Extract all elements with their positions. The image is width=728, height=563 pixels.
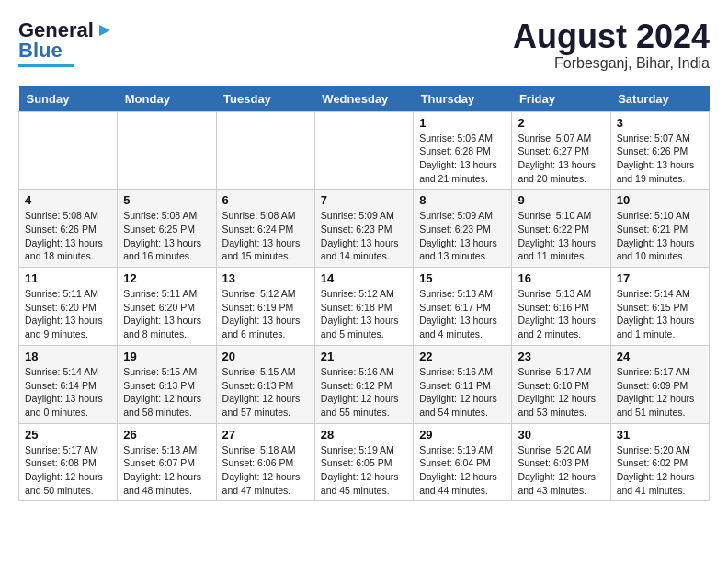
day-info: Sunrise: 5:10 AM Sunset: 6:22 PM Dayligh… — [518, 209, 604, 263]
day-info: Sunrise: 5:13 AM Sunset: 6:17 PM Dayligh… — [419, 287, 506, 341]
calendar-cell: 3Sunrise: 5:07 AM Sunset: 6:26 PM Daylig… — [610, 111, 709, 190]
calendar-cell: 13Sunrise: 5:12 AM Sunset: 6:19 PM Dayli… — [216, 268, 314, 346]
calendar-cell: 27Sunrise: 5:18 AM Sunset: 6:06 PM Dayli… — [216, 423, 314, 501]
weekday-header-row: SundayMondayTuesdayWednesdayThursdayFrid… — [19, 86, 710, 112]
day-info: Sunrise: 5:12 AM Sunset: 6:18 PM Dayligh… — [321, 287, 407, 341]
day-info: Sunrise: 5:06 AM Sunset: 6:28 PM Dayligh… — [419, 132, 506, 186]
day-info: Sunrise: 5:15 AM Sunset: 6:13 PM Dayligh… — [222, 365, 309, 419]
calendar-cell: 4Sunrise: 5:08 AM Sunset: 6:26 PM Daylig… — [19, 190, 118, 268]
day-number: 15 — [419, 271, 506, 285]
day-info: Sunrise: 5:13 AM Sunset: 6:16 PM Dayligh… — [518, 287, 604, 341]
calendar-cell: 8Sunrise: 5:09 AM Sunset: 6:23 PM Daylig… — [414, 190, 512, 268]
day-number: 17 — [617, 271, 703, 285]
day-info: Sunrise: 5:08 AM Sunset: 6:24 PM Dayligh… — [222, 209, 309, 263]
day-info: Sunrise: 5:16 AM Sunset: 6:12 PM Dayligh… — [321, 365, 407, 419]
day-number: 10 — [617, 193, 703, 207]
logo-arrow-icon — [96, 21, 114, 40]
calendar-cell: 24Sunrise: 5:17 AM Sunset: 6:09 PM Dayli… — [610, 345, 709, 423]
calendar-cell: 25Sunrise: 5:17 AM Sunset: 6:08 PM Dayli… — [19, 423, 118, 501]
logo-underline — [18, 64, 74, 67]
calendar-cell: 12Sunrise: 5:11 AM Sunset: 6:20 PM Dayli… — [118, 268, 216, 346]
day-number: 20 — [222, 350, 309, 363]
calendar-cell: 6Sunrise: 5:08 AM Sunset: 6:24 PM Daylig… — [216, 190, 314, 268]
week-row-5: 25Sunrise: 5:17 AM Sunset: 6:08 PM Dayli… — [19, 423, 710, 501]
calendar-cell — [314, 111, 413, 190]
day-info: Sunrise: 5:07 AM Sunset: 6:26 PM Dayligh… — [617, 132, 703, 186]
day-info: Sunrise: 5:11 AM Sunset: 6:20 PM Dayligh… — [123, 287, 210, 341]
day-info: Sunrise: 5:18 AM Sunset: 6:06 PM Dayligh… — [222, 443, 309, 498]
calendar-cell: 17Sunrise: 5:14 AM Sunset: 6:15 PM Dayli… — [610, 268, 709, 346]
day-number: 30 — [518, 428, 604, 442]
day-info: Sunrise: 5:17 AM Sunset: 6:09 PM Dayligh… — [617, 365, 703, 419]
week-row-1: 1Sunrise: 5:06 AM Sunset: 6:28 PM Daylig… — [19, 111, 710, 190]
day-info: Sunrise: 5:12 AM Sunset: 6:19 PM Dayligh… — [222, 287, 309, 341]
day-number: 18 — [25, 350, 111, 363]
calendar-cell — [216, 111, 314, 190]
day-info: Sunrise: 5:17 AM Sunset: 6:10 PM Dayligh… — [518, 365, 604, 419]
day-number: 24 — [617, 350, 703, 363]
calendar-cell: 22Sunrise: 5:16 AM Sunset: 6:11 PM Dayli… — [414, 345, 512, 423]
calendar-cell: 11Sunrise: 5:11 AM Sunset: 6:20 PM Dayli… — [19, 268, 118, 346]
week-row-3: 11Sunrise: 5:11 AM Sunset: 6:20 PM Dayli… — [19, 268, 710, 346]
day-number: 29 — [419, 428, 506, 442]
calendar-cell: 26Sunrise: 5:18 AM Sunset: 6:07 PM Dayli… — [118, 423, 216, 501]
title-section: August 2024 Forbesganj, Bihar, India — [513, 18, 710, 72]
day-number: 23 — [518, 350, 604, 363]
day-number: 27 — [222, 428, 309, 442]
calendar-cell: 15Sunrise: 5:13 AM Sunset: 6:17 PM Dayli… — [414, 268, 512, 346]
day-info: Sunrise: 5:18 AM Sunset: 6:07 PM Dayligh… — [123, 443, 210, 498]
weekday-header-monday: Monday — [118, 86, 216, 112]
svg-marker-0 — [99, 25, 110, 36]
calendar-cell: 30Sunrise: 5:20 AM Sunset: 6:03 PM Dayli… — [512, 423, 610, 501]
day-info: Sunrise: 5:14 AM Sunset: 6:15 PM Dayligh… — [617, 287, 703, 341]
day-number: 19 — [123, 350, 210, 363]
calendar-cell — [19, 111, 118, 190]
day-info: Sunrise: 5:14 AM Sunset: 6:14 PM Dayligh… — [25, 365, 111, 419]
page-header: General Blue August 2024 Forbesganj, Bih… — [18, 18, 710, 72]
month-title: August 2024 — [513, 18, 710, 55]
week-row-4: 18Sunrise: 5:14 AM Sunset: 6:14 PM Dayli… — [19, 345, 710, 423]
calendar-cell: 20Sunrise: 5:15 AM Sunset: 6:13 PM Dayli… — [216, 345, 314, 423]
calendar-cell: 1Sunrise: 5:06 AM Sunset: 6:28 PM Daylig… — [414, 111, 512, 190]
day-number: 16 — [518, 271, 604, 285]
day-number: 2 — [518, 116, 604, 130]
day-info: Sunrise: 5:07 AM Sunset: 6:27 PM Dayligh… — [518, 132, 604, 186]
day-number: 8 — [419, 193, 506, 207]
day-number: 3 — [617, 116, 703, 130]
day-info: Sunrise: 5:09 AM Sunset: 6:23 PM Dayligh… — [419, 209, 506, 263]
day-number: 6 — [222, 193, 309, 207]
day-info: Sunrise: 5:19 AM Sunset: 6:04 PM Dayligh… — [419, 443, 506, 498]
calendar-cell: 21Sunrise: 5:16 AM Sunset: 6:12 PM Dayli… — [314, 345, 413, 423]
weekday-header-wednesday: Wednesday — [314, 86, 413, 112]
day-number: 7 — [321, 193, 407, 207]
day-info: Sunrise: 5:16 AM Sunset: 6:11 PM Dayligh… — [419, 365, 506, 419]
day-info: Sunrise: 5:08 AM Sunset: 6:26 PM Dayligh… — [25, 209, 111, 263]
day-number: 11 — [25, 271, 111, 285]
day-number: 4 — [25, 193, 111, 207]
day-info: Sunrise: 5:15 AM Sunset: 6:13 PM Dayligh… — [123, 365, 210, 419]
weekday-header-tuesday: Tuesday — [216, 86, 314, 112]
day-number: 13 — [222, 271, 309, 285]
calendar-cell: 9Sunrise: 5:10 AM Sunset: 6:22 PM Daylig… — [512, 190, 610, 268]
calendar-cell: 10Sunrise: 5:10 AM Sunset: 6:21 PM Dayli… — [610, 190, 709, 268]
day-number: 9 — [518, 193, 604, 207]
day-info: Sunrise: 5:17 AM Sunset: 6:08 PM Dayligh… — [25, 443, 111, 498]
day-info: Sunrise: 5:20 AM Sunset: 6:03 PM Dayligh… — [518, 443, 604, 498]
calendar-cell: 23Sunrise: 5:17 AM Sunset: 6:10 PM Dayli… — [512, 345, 610, 423]
day-info: Sunrise: 5:19 AM Sunset: 6:05 PM Dayligh… — [321, 443, 407, 498]
day-number: 21 — [321, 350, 407, 363]
day-number: 1 — [419, 116, 506, 130]
day-info: Sunrise: 5:09 AM Sunset: 6:23 PM Dayligh… — [321, 209, 407, 263]
day-info: Sunrise: 5:08 AM Sunset: 6:25 PM Dayligh… — [123, 209, 210, 263]
calendar-cell — [118, 111, 216, 190]
day-number: 22 — [419, 350, 506, 363]
day-number: 28 — [321, 428, 407, 442]
calendar-cell: 31Sunrise: 5:20 AM Sunset: 6:02 PM Dayli… — [610, 423, 709, 501]
calendar-cell: 18Sunrise: 5:14 AM Sunset: 6:14 PM Dayli… — [19, 345, 118, 423]
logo: General Blue — [18, 18, 114, 67]
weekday-header-friday: Friday — [512, 86, 610, 112]
calendar-cell: 29Sunrise: 5:19 AM Sunset: 6:04 PM Dayli… — [414, 423, 512, 501]
day-number: 14 — [321, 271, 407, 285]
calendar-cell: 5Sunrise: 5:08 AM Sunset: 6:25 PM Daylig… — [118, 190, 216, 268]
calendar-cell: 16Sunrise: 5:13 AM Sunset: 6:16 PM Dayli… — [512, 268, 610, 346]
